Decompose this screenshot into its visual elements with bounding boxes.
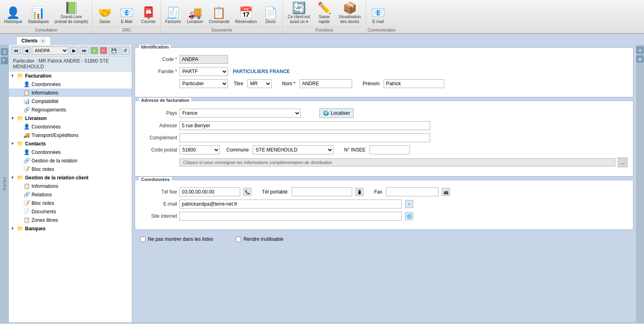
comptabilite-label: Comptabilité: [32, 99, 59, 104]
code-input[interactable]: [179, 55, 228, 64]
visualisation-icon: 📦: [343, 2, 357, 14]
tree-node-livraison[interactable]: ▼ 📁 Livraison: [9, 114, 132, 122]
complement-input[interactable]: [179, 133, 430, 142]
clients-tab[interactable]: Clients ×: [16, 36, 51, 45]
livraison-button[interactable]: 🚚 Livraison: [184, 6, 205, 25]
historique-button[interactable]: 👤 Historique: [2, 6, 25, 25]
factures-button[interactable]: 🧾 Factures: [163, 6, 184, 25]
email-grc-button[interactable]: 📧 E-Mail: [116, 6, 137, 25]
tree-node-coordonnees2[interactable]: 👤 Coordonnées: [9, 122, 132, 131]
reservation-button[interactable]: 📅 Réservation: [233, 6, 259, 25]
tab-close-button[interactable]: ×: [40, 38, 46, 44]
email-comm-icon: 📧: [371, 7, 385, 19]
saisie-rapide-button[interactable]: ✏️ Saisierapide: [314, 2, 335, 25]
tree: ▼ 📁 Facturation 👤 Coordonnées 📋 Informat…: [9, 72, 132, 233]
bloc-notes1-icon: 📝: [23, 166, 30, 172]
insee-input[interactable]: [370, 145, 410, 154]
tel-fixe-action-btn[interactable]: 📞: [243, 188, 251, 196]
nav-add-button[interactable]: +: [91, 47, 98, 54]
hint-text[interactable]: Cliquez ici pour renseigner les informat…: [179, 158, 615, 166]
toolbar-group-documents: 🧾 Factures 🚚 Livraison 📋 Commande 📅 Rése…: [161, 2, 283, 33]
fax-input[interactable]: [386, 187, 439, 196]
famille-row: Famille PARTF PARTICULIERS FRANCE: [141, 67, 627, 76]
visualisation-button[interactable]: 📦 Visualisationdes stocks: [336, 2, 364, 25]
tree-node-bloc-notes1[interactable]: 📝 Bloc notes: [9, 165, 132, 173]
documents-icon: 📄: [23, 208, 30, 215]
tel-portable-action-btn[interactable]: 📱: [355, 188, 363, 196]
dots-button[interactable]: ...: [618, 158, 627, 167]
email-action-btn[interactable]: 📧: [405, 200, 413, 208]
tree-node-contacts[interactable]: ▼ 📁 Contacts: [9, 139, 132, 148]
pays-select[interactable]: France: [179, 109, 301, 118]
volet-icon-2[interactable]: 🔍: [1, 57, 8, 64]
tree-node-coordonnees3[interactable]: 👤 Coordonnées: [9, 148, 132, 156]
tree-node-bloc-notes2[interactable]: 📝 Bloc notes: [9, 199, 132, 207]
volet-icon-1[interactable]: ☰: [1, 48, 8, 55]
tel-portable-input[interactable]: [291, 187, 352, 196]
type-select[interactable]: Particulier: [179, 79, 228, 88]
tree-node-informations1[interactable]: 📋 Informations: [9, 88, 132, 97]
right-icon-1[interactable]: ⊞: [636, 46, 644, 54]
nav-first-button[interactable]: ⏮: [11, 47, 21, 54]
tree-node-documents[interactable]: 📄 Documents: [9, 207, 132, 216]
documents-group-label: Documents: [163, 27, 281, 33]
fax-action-btn[interactable]: 📠: [442, 188, 450, 196]
tree-node-relations[interactable]: 🔗 Relations: [9, 190, 132, 199]
nom-input[interactable]: [300, 79, 352, 88]
cp-label: Code postal: [141, 147, 177, 153]
cp-select[interactable]: 51800: [179, 145, 220, 154]
email-comm-button[interactable]: 📧 E-mail: [367, 6, 389, 25]
adresse-section: Adresse de facturation Pays France 🌍 Loc…: [135, 101, 633, 177]
tel-fixe-input[interactable]: [179, 187, 240, 196]
famille-select[interactable]: PARTF: [179, 67, 228, 76]
toolbar-items-fonctions: 🔄 Ce client estaussi un ▾ ✏️ Saisierapid…: [285, 2, 364, 26]
statistiques-button[interactable]: 📊 Statistiques: [25, 6, 51, 25]
tree-node-comptabilite[interactable]: 📊 Comptabilité: [9, 97, 132, 105]
inutilisable-checkbox[interactable]: [236, 237, 241, 242]
tree-node-grc-client[interactable]: ▼ 📁 Gestion de la relation client: [9, 173, 132, 182]
toolbar-group-communication: 📧 E-mail Communication: [366, 2, 397, 33]
zones-libres-label: Zones libres: [32, 217, 58, 223]
grand-livre-button[interactable]: 📗 Grand-Livre(extrait de compte): [52, 2, 91, 25]
courrier-button[interactable]: 📮 Courrier: [138, 6, 159, 25]
site-action-btn[interactable]: 🌐: [405, 212, 413, 220]
grand-livre-icon: 📗: [64, 2, 78, 14]
tree-node-informations2[interactable]: 📋 Informations: [9, 182, 132, 190]
tree-node-transport[interactable]: 🚚 Transport/Expéditions: [9, 131, 132, 139]
email-input[interactable]: [179, 200, 402, 208]
nav-search-select[interactable]: ANDPA: [32, 46, 68, 55]
tree-node-banques[interactable]: ▼ 📁 Banques: [9, 224, 132, 233]
nav-last-button[interactable]: ⏭: [80, 47, 89, 54]
nav-refresh-button[interactable]: ↺: [121, 47, 129, 55]
titre-select[interactable]: MR: [247, 79, 272, 88]
nav-next-button[interactable]: ▶: [70, 47, 78, 55]
nav-save-button[interactable]: 💾: [109, 47, 119, 55]
site-input[interactable]: [179, 212, 402, 221]
tree-node-coordonnees1[interactable]: 👤 Coordonnées: [9, 80, 132, 88]
livraison-icon: 🚚: [188, 7, 202, 19]
tree-node-gestion-relation[interactable]: 🔗 Gestion de la relation: [9, 156, 132, 165]
commune-select[interactable]: STE MENEHOULD: [253, 145, 334, 154]
main-area: Volet ☰ 🔍 ⏮ ◀ ANDPA ▶ ⏭ + − 💾 ↺: [0, 45, 644, 322]
nav-prev-button[interactable]: ◀: [22, 47, 30, 55]
right-icon-2[interactable]: ⊠: [636, 55, 644, 63]
no-list-label: Ne pas montrer dans les listes: [148, 236, 213, 242]
devis-button[interactable]: 📄 Devis: [260, 6, 281, 25]
ce-client-button[interactable]: 🔄 Ce client estaussi un ▾: [285, 2, 313, 25]
ce-client-label: Ce client estaussi un ▾: [288, 15, 310, 24]
relations-label: Relations: [32, 192, 52, 198]
tree-node-zones-libres[interactable]: 📋 Zones libres: [9, 216, 132, 224]
commande-button[interactable]: 📋 Commande: [206, 6, 232, 25]
tel-portable-label: Tél portable: [262, 189, 287, 195]
no-list-row: Ne pas montrer dans les listes Rendre in…: [140, 236, 628, 242]
prenom-input[interactable]: [384, 79, 444, 88]
toolbar-items-documents: 🧾 Factures 🚚 Livraison 📋 Commande 📅 Rése…: [163, 2, 281, 26]
tree-node-facturation[interactable]: ▼ 📁 Facturation: [9, 72, 132, 80]
no-list-checkbox[interactable]: [140, 237, 146, 242]
adresse-input[interactable]: [179, 121, 430, 130]
saisie-button[interactable]: 🤝 Saisie: [94, 6, 115, 25]
nav-remove-button[interactable]: −: [100, 47, 107, 54]
localiser-button[interactable]: 🌍 Localiser: [319, 108, 354, 118]
tree-node-regroupements[interactable]: 🔗 Regroupements: [9, 105, 132, 114]
contacts-label: Contacts: [25, 141, 46, 147]
